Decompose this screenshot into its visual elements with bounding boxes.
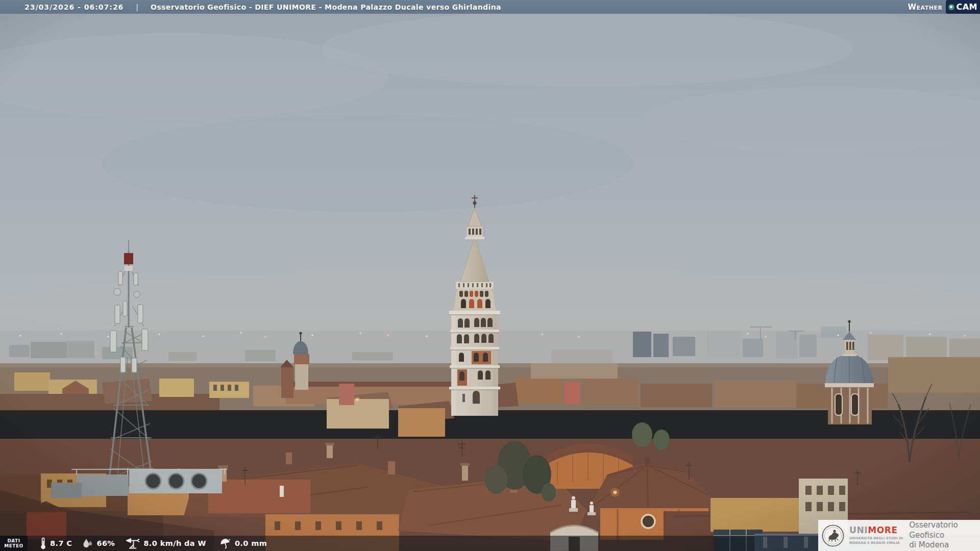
dati-label-line1: DATI [7, 538, 20, 543]
timestamp-text: 23/03/2026 - 06:07:26 [24, 3, 124, 11]
camera-lens-icon [948, 4, 954, 10]
rain-item: 0.0 mm [219, 538, 267, 549]
weathercam-logo: Weather CAM [908, 0, 980, 14]
temperature-value: 8.7 C [50, 539, 72, 547]
unimore-panel: UNIMORE UNIVERSITÀ DEGLI STUDI DI MODENA… [818, 520, 980, 551]
dati-meteo-label: DATI METEO [0, 536, 28, 551]
humidity-item: 66% [82, 538, 115, 549]
thermometer-icon [40, 537, 46, 549]
humidity-icon [82, 538, 93, 549]
unimore-seal-icon [822, 524, 844, 547]
rain-icon [219, 538, 231, 549]
header-bar: 23/03/2026 - 06:07:26 | Osservatorio Geo… [0, 0, 980, 14]
unimore-wordmark: UNIMORE UNIVERSITÀ DEGLI STUDI DI MODENA… [849, 526, 903, 545]
page-title: Osservatorio Geofisico - DIEF UNIMORE - … [151, 3, 501, 11]
weathercam-cam-text: CAM [956, 2, 977, 12]
university-subtitle-line2: MODENA E REGGIO EMILIA [849, 541, 903, 545]
weathercam-cam-box: CAM [946, 0, 980, 14]
separator: | [136, 3, 138, 11]
wind-item: 8.0 km/h da W [126, 538, 206, 549]
dati-label-line2: METEO [4, 543, 23, 548]
unimore-more-text: MORE [868, 525, 897, 535]
humidity-value: 66% [96, 539, 115, 547]
weathercam-weather-text: Weather [908, 3, 943, 12]
observatory-name: Osservatorio Geofisico di Modena [909, 520, 980, 550]
rain-value: 0.0 mm [235, 539, 267, 547]
unimore-uni-text: UNI [849, 525, 868, 535]
webcam-photo [0, 0, 980, 551]
webcam-frame: 23/03/2026 - 06:07:26 | Osservatorio Geo… [0, 0, 980, 551]
wind-icon [126, 538, 140, 549]
university-subtitle-line1: UNIVERSITÀ DEGLI STUDI DI [849, 536, 903, 541]
temperature-item: 8.7 C [40, 537, 72, 549]
observatory-name-line1: Osservatorio Geofisico [909, 520, 980, 540]
wind-value: 8.0 km/h da W [143, 539, 206, 547]
observatory-name-line2: di Modena [909, 540, 980, 550]
